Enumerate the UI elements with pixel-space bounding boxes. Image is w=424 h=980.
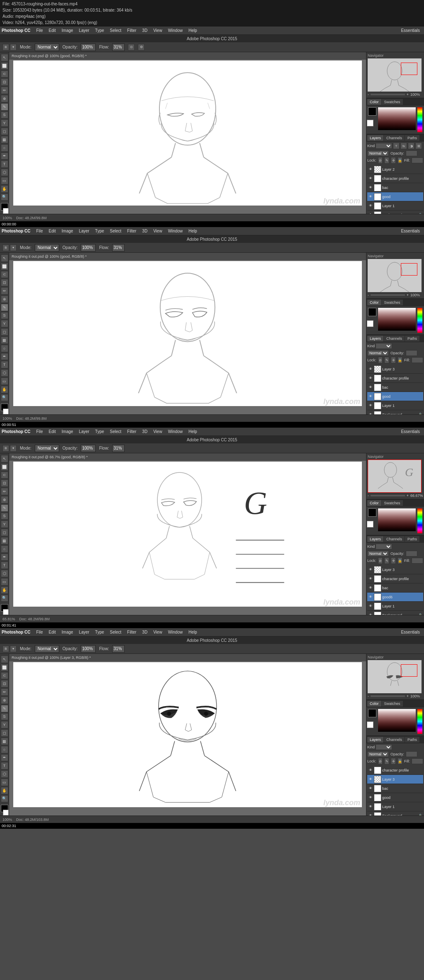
layer-eye-3-1[interactable]: 👁 bbox=[368, 576, 373, 581]
lock-paint-1[interactable]: ✎ bbox=[384, 157, 389, 164]
history-tool-1[interactable]: Y bbox=[1, 119, 8, 127]
color-gradient-3[interactable] bbox=[378, 508, 416, 531]
menu-edit-4[interactable]: Edit bbox=[46, 629, 58, 635]
eyedropper-4[interactable]: ✏ bbox=[1, 688, 8, 696]
select-tool-3[interactable]: ⬜ bbox=[1, 463, 8, 471]
layer-icon-fx-1[interactable]: fx bbox=[400, 143, 407, 149]
menu-edit-3[interactable]: Edit bbox=[46, 428, 58, 435]
nav-minus-4[interactable]: - bbox=[368, 694, 369, 698]
layer-row-1-5[interactable]: 👁 Background 🔒 bbox=[367, 211, 423, 214]
menu-3d-2[interactable]: 3D bbox=[140, 228, 150, 234]
menu-layer-1[interactable]: Layer bbox=[77, 27, 92, 34]
heal-2[interactable]: ⊕ bbox=[1, 295, 8, 303]
menu-edit-1[interactable]: Edit bbox=[46, 27, 58, 34]
text-2[interactable]: T bbox=[1, 361, 8, 368]
menu-type-2[interactable]: Type bbox=[93, 228, 107, 234]
lasso-tool-4[interactable]: ⊂ bbox=[1, 672, 8, 680]
lock-tp-3[interactable]: ⊘ bbox=[378, 557, 383, 564]
menu-window-3[interactable]: Window bbox=[166, 428, 186, 435]
color-gradient-2[interactable] bbox=[378, 308, 416, 331]
heal-4[interactable]: ⊕ bbox=[1, 697, 8, 704]
nav-minus-2[interactable]: - bbox=[368, 293, 369, 297]
nav-zoom-plus-1[interactable]: + bbox=[407, 92, 409, 97]
color-gradient-1[interactable] bbox=[378, 107, 416, 130]
mode-select-2[interactable]: Normal bbox=[35, 244, 59, 252]
swatches-tab-4[interactable]: Swatches bbox=[382, 701, 403, 707]
layer-eye-4-3[interactable]: 👁 bbox=[368, 795, 373, 800]
canvas-doc-4[interactable] bbox=[13, 662, 362, 807]
pen-tool-1[interactable]: ✒ bbox=[1, 152, 8, 160]
pen-4[interactable]: ✒ bbox=[1, 754, 8, 762]
shape-2[interactable]: ▭ bbox=[1, 377, 8, 385]
lock-transparent-1[interactable]: ⊘ bbox=[378, 157, 383, 164]
paths-tab-1[interactable]: Paths bbox=[405, 135, 419, 141]
history-2[interactable]: Y bbox=[1, 320, 8, 327]
layer-eye-1-1[interactable]: 👁 bbox=[368, 176, 373, 181]
layer-eye-2-1[interactable]: 👁 bbox=[368, 376, 373, 381]
select-tool-4[interactable]: ⬜ bbox=[1, 664, 8, 671]
layer-row-4-4[interactable]: 👁 Layer 1 bbox=[367, 802, 423, 811]
lock-pt-4[interactable]: ✎ bbox=[384, 758, 389, 765]
menu-select-4[interactable]: Select bbox=[107, 629, 124, 635]
layer-row-2-0[interactable]: 👁 Layer 3 bbox=[367, 365, 423, 374]
flow-input-1[interactable] bbox=[112, 44, 125, 51]
brush-tool-3[interactable]: B bbox=[2, 445, 9, 452]
brush-settings-icon-1[interactable]: ⚙ bbox=[138, 44, 145, 51]
flow-input-2[interactable] bbox=[112, 244, 125, 252]
paths-tab-4[interactable]: Paths bbox=[405, 737, 419, 743]
brush-tool-1[interactable]: B bbox=[2, 44, 9, 51]
menu-type-4[interactable]: Type bbox=[93, 629, 107, 635]
shape-tool-1[interactable]: ▭ bbox=[1, 177, 8, 184]
eraser-2[interactable]: ◻ bbox=[1, 328, 8, 336]
bg-color-4[interactable] bbox=[367, 721, 373, 728]
menu-window-2[interactable]: Window bbox=[166, 228, 186, 234]
essentials-2[interactable]: Essentials bbox=[398, 228, 422, 234]
shape-3[interactable]: ▭ bbox=[1, 578, 8, 586]
blend-select-1[interactable]: Normal bbox=[367, 150, 389, 156]
menu-help-1[interactable]: Help bbox=[186, 27, 200, 34]
layer-eye-4-1[interactable]: 👁 bbox=[368, 777, 373, 782]
menu-help-2[interactable]: Help bbox=[186, 228, 200, 234]
brush-2[interactable]: ✎ bbox=[1, 304, 8, 311]
menu-type-3[interactable]: Type bbox=[93, 428, 107, 435]
zoom-3[interactable]: 🔍 bbox=[1, 595, 8, 602]
brush-3[interactable]: ✎ bbox=[1, 504, 8, 512]
nav-zoom-minus-1[interactable]: - bbox=[368, 92, 369, 97]
eraser-3[interactable]: ◻ bbox=[1, 529, 8, 536]
layer-eye-3-2[interactable]: 👁 bbox=[368, 586, 373, 590]
menu-help-3[interactable]: Help bbox=[186, 428, 200, 435]
menu-view-3[interactable]: View bbox=[151, 428, 165, 435]
gradient-2[interactable]: ▦ bbox=[1, 336, 8, 344]
lasso-tool-3[interactable]: ⊂ bbox=[1, 472, 8, 479]
lock-al-4[interactable]: 🔒 bbox=[398, 758, 402, 765]
tool-preset-2[interactable]: ▾ bbox=[10, 244, 17, 251]
layer-row-1-2[interactable]: 👁 bac bbox=[367, 183, 423, 192]
crop-tool-4[interactable]: ⊡ bbox=[1, 680, 8, 687]
channels-tab-4[interactable]: Channels bbox=[384, 737, 405, 743]
layer-eye-1-2[interactable]: 👁 bbox=[368, 185, 373, 190]
channels-tab-1[interactable]: Channels bbox=[384, 135, 405, 141]
menu-image-3[interactable]: Image bbox=[59, 428, 76, 435]
menu-view-1[interactable]: View bbox=[151, 27, 165, 34]
zoom-2[interactable]: 🔍 bbox=[1, 394, 8, 402]
lock-ps-2[interactable]: ✛ bbox=[391, 357, 396, 363]
text-tool-1[interactable]: T bbox=[1, 160, 8, 168]
layer-eye-3-4[interactable]: 👁 bbox=[368, 604, 373, 609]
nav-red-box-3[interactable] bbox=[368, 460, 422, 493]
kind-select-3[interactable] bbox=[376, 544, 392, 549]
fill-val-4[interactable]: 100% bbox=[412, 758, 423, 764]
menu-select-2[interactable]: Select bbox=[107, 228, 124, 234]
op-val-4[interactable]: 44% bbox=[406, 751, 417, 757]
shape-4[interactable]: ▭ bbox=[1, 779, 8, 786]
layer-eye-2-5[interactable]: 👁 bbox=[368, 412, 373, 415]
layer-row-3-3[interactable]: 👁 good6 bbox=[367, 593, 423, 602]
bg-color-3[interactable] bbox=[367, 521, 373, 528]
layers-tab-3[interactable]: Layers bbox=[367, 536, 383, 542]
clone-4[interactable]: S bbox=[1, 713, 8, 721]
nav-red-box-2[interactable] bbox=[401, 263, 417, 276]
menu-window-4[interactable]: Window bbox=[166, 629, 186, 635]
fg-color-1[interactable] bbox=[368, 107, 376, 116]
nav-plus-4[interactable]: + bbox=[407, 694, 409, 698]
navigator-thumb-3[interactable]: G bbox=[368, 460, 422, 493]
heal-3[interactable]: ⊕ bbox=[1, 496, 8, 503]
